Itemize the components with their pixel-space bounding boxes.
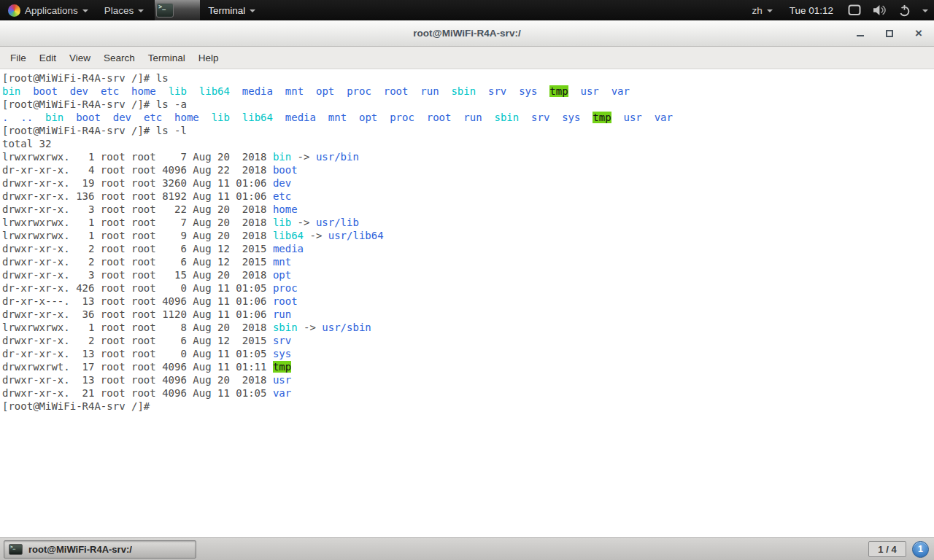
terminal-output: [root@MiWiFi-R4A-srv /]# lsbin boot dev … [0,69,934,413]
terminal-line: bin boot dev etc home lib lib64 media mn… [2,85,934,98]
taskbar-window-button[interactable]: >_ root@MiWiFi-R4A-srv:/ [4,540,196,559]
terminal-line: drwxr-xr-x. 136 root root 8192 Aug 11 01… [2,190,934,203]
menu-edit[interactable]: Edit [33,52,63,63]
terminal-viewport[interactable]: [root@MiWiFi-R4A-srv /]# lsbin boot dev … [0,69,934,537]
menubar: FileEditViewSearchTerminalHelp [0,47,934,69]
terminal-line: drwxr-xr-x. 3 root root 22 Aug 20 2018 h… [2,203,934,216]
terminal-line: [root@MiWiFi-R4A-srv /]# ls -l [2,124,934,137]
chevron-down-icon [138,9,144,12]
close-button[interactable]: × [914,28,924,39]
minimize-button[interactable] [855,28,865,39]
language-label: zh [752,5,762,16]
terminal-line: [root@MiWiFi-R4A-srv /]# [2,400,934,413]
terminal-line: dr-xr-x---. 13 root root 4096 Aug 11 01:… [2,295,934,308]
terminal-line: drwxr-xr-x. 2 root root 6 Aug 12 2015 mn… [2,255,934,268]
terminal-line: total 32 [2,137,934,150]
terminal-line: drwxr-xr-x. 3 root root 15 Aug 20 2018 o… [2,268,934,281]
active-window-indicator[interactable]: >_ [155,0,200,20]
terminal-line: drwxr-xr-x. 36 root root 1120 Aug 11 01:… [2,308,934,321]
terminal-line: dr-xr-xr-x. 4 root root 4096 Aug 22 2018… [2,163,934,176]
top-panel-left: Applications Places >_ Terminal [0,0,263,20]
applications-menu[interactable]: Applications [0,0,96,20]
workspace-badge[interactable]: 1 [912,541,929,558]
terminal-line: dr-xr-xr-x. 13 root root 0 Aug 11 01:05 … [2,347,934,360]
power-icon[interactable] [892,0,916,20]
terminal-app-menu[interactable]: Terminal [200,0,263,20]
volume-icon[interactable] [867,0,892,20]
applications-label: Applications [25,5,78,16]
terminal-icon: >_ [156,3,174,18]
workspace-switcher[interactable]: 1 / 4 [868,541,906,557]
chevron-down-icon [922,9,928,12]
panel-dropdown-icon[interactable] [916,0,934,20]
menu-file[interactable]: File [4,52,33,63]
maximize-button[interactable] [884,28,895,39]
chevron-down-icon [82,9,88,12]
places-menu[interactable]: Places [96,0,153,20]
maximize-icon [886,30,893,37]
terminal-line: [root@MiWiFi-R4A-srv /]# ls -a [2,98,934,111]
display-icon[interactable] [842,0,867,20]
applications-icon [8,4,20,17]
terminal-line: drwxr-xr-x. 13 root root 4096 Aug 20 201… [2,373,934,386]
terminal-line: [root@MiWiFi-R4A-srv /]# ls [2,71,934,85]
menu-search[interactable]: Search [97,52,142,63]
terminal-line: lrwxrwxrwx. 1 root root 7 Aug 20 2018 bi… [2,150,934,163]
menu-view[interactable]: View [63,52,97,63]
terminal-line: drwxr-xr-x. 21 root root 4096 Aug 11 01:… [2,386,934,400]
menu-help[interactable]: Help [192,52,225,63]
window-titlebar[interactable]: root@MiWiFi-R4A-srv:/ × [0,20,934,47]
terminal-line: lrwxrwxrwx. 1 root root 9 Aug 20 2018 li… [2,229,934,242]
active-app-label: Terminal [208,5,245,16]
top-panel: Applications Places >_ Terminal zh Tue 0… [0,0,934,20]
taskbar-window-label: root@MiWiFi-R4A-srv:/ [28,544,132,555]
terminal-line: lrwxrwxrwx. 1 root root 8 Aug 20 2018 sb… [2,321,934,334]
taskbar-right: 1 / 4 1 [868,541,930,558]
terminal-line: . .. bin boot dev etc home lib lib64 med… [2,111,934,124]
window-title: root@MiWiFi-R4A-srv:/ [413,28,520,39]
close-icon: × [915,30,922,37]
places-label: Places [104,5,134,16]
terminal-line: drwxr-xr-x. 19 root root 3260 Aug 11 01:… [2,176,934,190]
window-controls: × [855,20,924,46]
clock[interactable]: Tue 01:12 [781,5,842,16]
terminal-icon: >_ [9,544,23,555]
terminal-line: lrwxrwxrwx. 1 root root 7 Aug 20 2018 li… [2,216,934,229]
input-language-menu[interactable]: zh [744,0,780,20]
terminal-line: drwxr-xr-x. 2 root root 6 Aug 12 2015 sr… [2,334,934,347]
taskbar: >_ root@MiWiFi-R4A-srv:/ 1 / 4 1 [0,537,934,560]
minimize-icon [857,35,864,36]
terminal-line: drwxr-xr-x. 2 root root 6 Aug 12 2015 me… [2,242,934,255]
chevron-down-icon [767,9,773,12]
terminal-line: dr-xr-xr-x. 426 root root 0 Aug 11 01:05… [2,281,934,295]
top-panel-right: zh Tue 01:12 [744,0,934,20]
menu-terminal[interactable]: Terminal [142,52,192,63]
chevron-down-icon [250,9,255,12]
terminal-line: drwxrwxrwt. 17 root root 4096 Aug 11 01:… [2,360,934,373]
